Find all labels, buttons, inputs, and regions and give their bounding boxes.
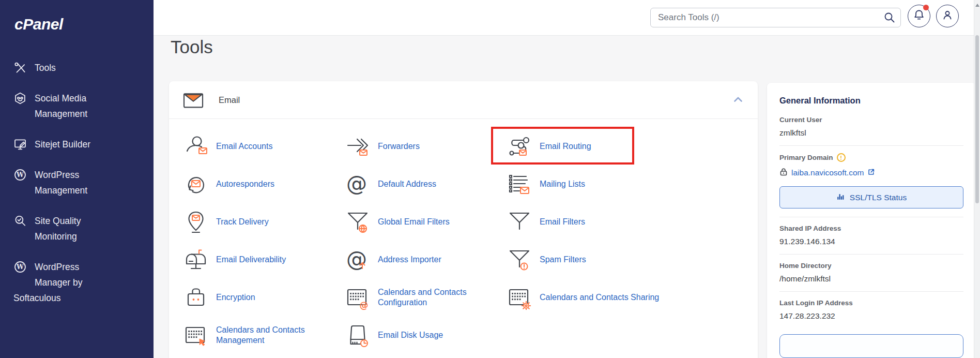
scrollbar-thumb[interactable]: [975, 35, 979, 203]
lock-icon: [779, 168, 788, 178]
tool-address-importer[interactable]: @Address Importer: [345, 241, 507, 278]
briefcase-lock-icon: [183, 285, 208, 310]
mailbox-icon: [183, 247, 208, 272]
sidebar-item-wordpress-management[interactable]: WWordPressManagement: [0, 167, 154, 198]
tool-email-disk-usage[interactable]: Email Disk Usage: [345, 316, 507, 354]
funnel-icon: [507, 210, 532, 234]
chart-bars-icon: [836, 192, 845, 203]
sidebar: cPanel ToolsSocial MediaManagementSiteje…: [0, 0, 154, 358]
account-button[interactable]: [936, 5, 959, 27]
sidebar-item-tools[interactable]: Tools: [0, 60, 154, 76]
tool-label[interactable]: Email Filters: [540, 217, 585, 227]
primary-domain-link[interactable]: laiba.navicosoft.com: [791, 168, 864, 177]
tool-calendars-and-contacts-management[interactable]: Calendars and Contacts Management: [183, 316, 345, 354]
tool-spam-filters[interactable]: Spam Filters: [507, 241, 669, 278]
sidebar-item-sitejet-builder[interactable]: Sitejet Builder: [0, 137, 154, 152]
forward-arrow-envelope-icon: [345, 134, 370, 159]
tool-label[interactable]: Default Address: [378, 179, 436, 189]
tool-label[interactable]: Address Importer: [378, 255, 441, 265]
email-section-title: Email: [219, 95, 240, 105]
calendar-at-icon: @: [345, 285, 370, 310]
funnel-globe-icon: [345, 210, 370, 234]
wordpress-icon: W: [13, 260, 27, 274]
ssl-tls-status-button[interactable]: SSL/TLS Status: [779, 186, 963, 208]
tool-track-delivery[interactable]: Track Delivery: [183, 203, 345, 241]
search-input[interactable]: [650, 8, 901, 27]
tool-label[interactable]: Calendars and Contacts Sharing: [540, 292, 659, 303]
tool-label[interactable]: Encryption: [216, 292, 255, 303]
routing-nodes-envelope-icon: [507, 134, 532, 159]
crossed-tools-icon: [13, 61, 27, 74]
info-rows: Current UserzmlkftslPrimary Domain!laiba…: [779, 109, 963, 358]
map-pin-envelope-icon: [183, 210, 208, 234]
tool-calendars-and-contacts-sharing[interactable]: Calendars and Contacts Sharing: [507, 278, 669, 316]
general-information-panel: General Information Current Userzmlkftsl…: [767, 83, 976, 358]
tool-label[interactable]: Global Email Filters: [378, 217, 450, 227]
sidebar-item-label: WordPressManager bySoftaculous: [35, 259, 82, 306]
sidebar-item-label: WordPressManagement: [35, 167, 87, 198]
tool-label[interactable]: Email Deliverability: [216, 255, 286, 265]
svg-text:@: @: [346, 172, 367, 196]
svg-text:W: W: [16, 171, 24, 178]
tool-encryption[interactable]: Encryption: [183, 278, 345, 316]
cpanel-logo[interactable]: cPanel: [14, 16, 154, 33]
calendar-gear-icon: [507, 285, 532, 310]
tool-label[interactable]: Mailing Lists: [540, 179, 585, 189]
funnel-alert-icon: [507, 247, 532, 272]
at-sign-icon: @: [345, 172, 370, 197]
tool-email-filters[interactable]: Email Filters: [507, 203, 669, 241]
info-row-current-user: Current Userzmlkftsl: [779, 109, 963, 145]
info-row-primary-domain: Primary Domain!laiba.navicosoft.comSSL/T…: [779, 145, 963, 217]
email-section-header[interactable]: Email: [169, 81, 758, 119]
info-row-home-directory: Home Directory/home/zmlkftsl: [779, 254, 963, 291]
user-icon: [941, 9, 954, 23]
sidebar-item-label: Site QualityMonitoring: [35, 213, 81, 244]
tool-calendars-and-contacts-configuration[interactable]: @Calendars and Contacts Configuration: [345, 278, 507, 316]
sidebar-item-wordpress-manager-softaculous[interactable]: WWordPressManager bySoftaculous: [0, 259, 154, 306]
scroll-up-arrow[interactable]: [975, 4, 979, 7]
at-sign-import-icon: @: [345, 247, 370, 272]
person-envelope-icon: [183, 134, 208, 159]
info-value: /home/zmlkftsl: [779, 274, 963, 284]
sidebar-item-label: Sitejet Builder: [35, 137, 90, 152]
email-section-card: Email Email AccountsForwardersEmail Rout…: [169, 81, 758, 358]
hexagon-bot-icon: [13, 92, 27, 105]
tool-email-routing[interactable]: Email Routing: [507, 127, 669, 165]
vertical-scrollbar[interactable]: [974, 0, 980, 358]
partial-button[interactable]: [779, 334, 963, 358]
tool-label[interactable]: Spam Filters: [540, 255, 586, 265]
external-link-icon[interactable]: [867, 168, 875, 178]
warning-icon[interactable]: !: [837, 153, 846, 162]
loop-arrow-envelope-icon: [183, 172, 208, 197]
tool-autoresponders[interactable]: Autoresponders: [183, 165, 345, 203]
tool-label[interactable]: Email Routing: [540, 141, 591, 152]
sidebar-item-label: Tools: [35, 60, 56, 76]
info-label: Home Directory: [779, 262, 963, 270]
tool-label[interactable]: Forwarders: [378, 141, 420, 152]
tool-label[interactable]: Email Accounts: [216, 141, 272, 152]
search-wrap: [650, 8, 901, 27]
tool-email-deliverability[interactable]: Email Deliverability: [183, 241, 345, 278]
tool-global-email-filters[interactable]: Global Email Filters: [345, 203, 507, 241]
sidebar-item-site-quality-monitoring[interactable]: Site QualityMonitoring: [0, 213, 154, 244]
tool-label[interactable]: Calendars and Contacts Management: [216, 325, 338, 346]
tool-label[interactable]: Email Disk Usage: [378, 330, 443, 340]
info-label: Shared IP Address: [779, 225, 963, 232]
sidebar-item-social-media-management[interactable]: Social MediaManagement: [0, 91, 154, 122]
tool-mailing-lists[interactable]: Mailing Lists: [507, 165, 669, 203]
info-value: zmlkftsl: [779, 128, 963, 138]
info-value: 147.28.223.232: [779, 311, 963, 321]
svg-text:W: W: [16, 263, 24, 271]
info-row-last-login-ip-address: Last Login IP Address147.28.223.232: [779, 291, 963, 329]
search-icon[interactable]: [883, 11, 896, 24]
tool-forwarders[interactable]: Forwarders: [345, 127, 507, 165]
tool-label[interactable]: Autoresponders: [216, 179, 274, 189]
info-panel-title: General Information: [779, 83, 963, 109]
tool-label[interactable]: Track Delivery: [216, 217, 269, 227]
bell-icon: [913, 9, 925, 23]
tool-default-address[interactable]: @Default Address: [345, 165, 507, 203]
tool-email-accounts[interactable]: Email Accounts: [183, 127, 345, 165]
chevron-up-icon[interactable]: [732, 94, 744, 106]
info-label: Last Login IP Address: [779, 299, 963, 307]
tool-label[interactable]: Calendars and Contacts Configuration: [378, 287, 499, 308]
